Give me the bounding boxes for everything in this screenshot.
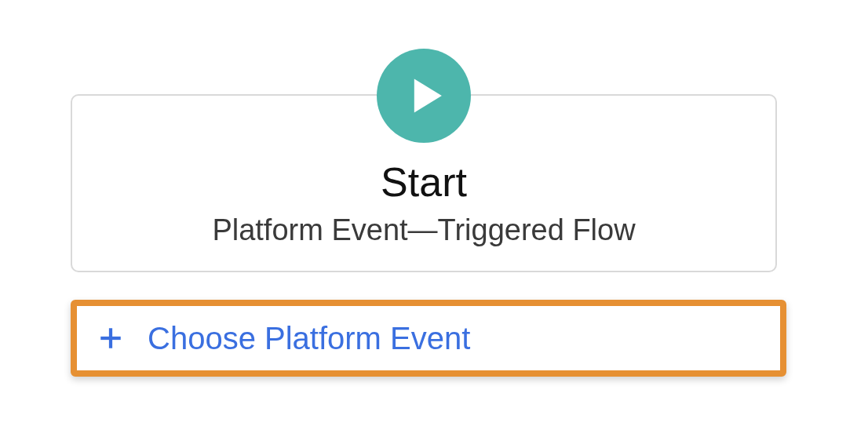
plus-icon (97, 325, 124, 352)
start-subtitle: Platform Event—Triggered Flow (72, 213, 775, 247)
start-title: Start (72, 159, 775, 206)
play-icon (377, 49, 471, 143)
choose-platform-event-button[interactable]: Choose Platform Event (71, 300, 786, 377)
start-node[interactable]: Start Platform Event—Triggered Flow (71, 94, 777, 272)
flow-canvas: Start Platform Event—Triggered Flow Choo… (0, 0, 868, 430)
choose-platform-event-label: Choose Platform Event (148, 321, 470, 356)
svg-marker-0 (414, 78, 442, 112)
